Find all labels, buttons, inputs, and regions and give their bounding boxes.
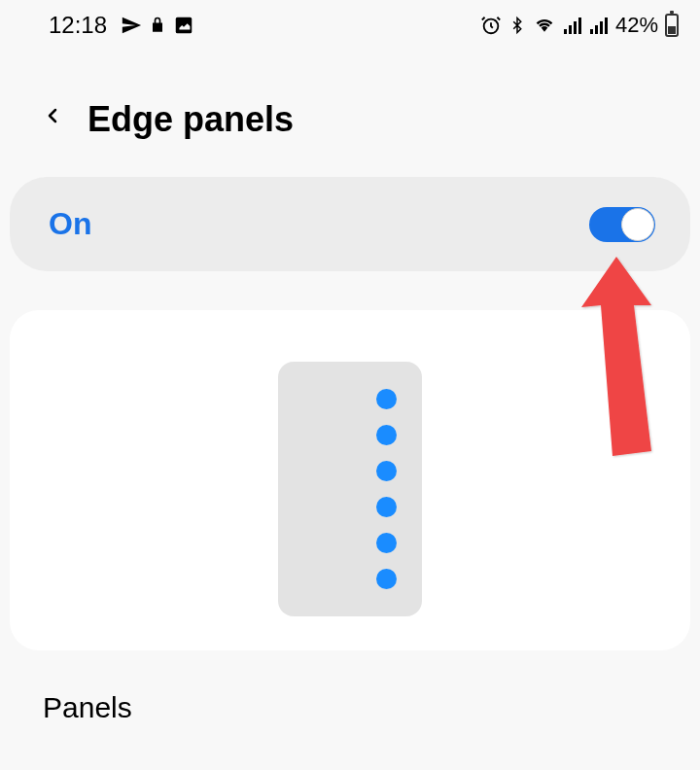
preview-app-dot bbox=[376, 425, 397, 445]
svg-rect-8 bbox=[600, 21, 603, 34]
status-notification-icons bbox=[121, 15, 194, 36]
svg-rect-2 bbox=[564, 29, 567, 34]
panels-section-label[interactable]: Panels bbox=[0, 650, 700, 724]
preview-section bbox=[10, 310, 690, 650]
telegram-icon bbox=[121, 15, 142, 36]
bluetooth-icon bbox=[508, 15, 526, 36]
back-button[interactable] bbox=[41, 99, 64, 140]
lock-icon bbox=[148, 15, 167, 36]
toggle-label: On bbox=[49, 206, 91, 242]
master-toggle-row[interactable]: On bbox=[10, 177, 690, 271]
svg-rect-7 bbox=[595, 25, 598, 34]
svg-rect-3 bbox=[569, 25, 572, 34]
preview-app-dot bbox=[376, 461, 397, 481]
toggle-switch[interactable] bbox=[589, 207, 655, 242]
preview-app-dot bbox=[376, 497, 397, 517]
svg-rect-4 bbox=[574, 21, 577, 34]
battery-percent: 42% bbox=[615, 13, 658, 38]
toggle-thumb bbox=[621, 208, 654, 241]
preview-app-dot bbox=[376, 569, 397, 589]
status-left: 12:18 bbox=[49, 12, 194, 39]
battery-icon bbox=[665, 14, 679, 37]
preview-app-dot bbox=[376, 389, 397, 409]
status-right: 42% bbox=[480, 13, 679, 38]
svg-rect-5 bbox=[578, 18, 581, 34]
page-title: Edge panels bbox=[88, 99, 294, 140]
signal-icon-1 bbox=[563, 16, 582, 35]
status-time: 12:18 bbox=[49, 12, 107, 39]
svg-rect-9 bbox=[605, 18, 608, 34]
signal-icon-2 bbox=[589, 16, 609, 35]
preview-app-dot bbox=[376, 533, 397, 553]
edge-panel-preview bbox=[278, 362, 422, 616]
alarm-icon bbox=[480, 15, 502, 36]
svg-rect-0 bbox=[176, 18, 192, 34]
svg-rect-6 bbox=[590, 29, 593, 34]
header: Edge panels bbox=[0, 84, 700, 169]
wifi-icon bbox=[533, 16, 556, 35]
image-icon bbox=[173, 15, 194, 36]
status-bar: 12:18 42% bbox=[0, 0, 700, 49]
